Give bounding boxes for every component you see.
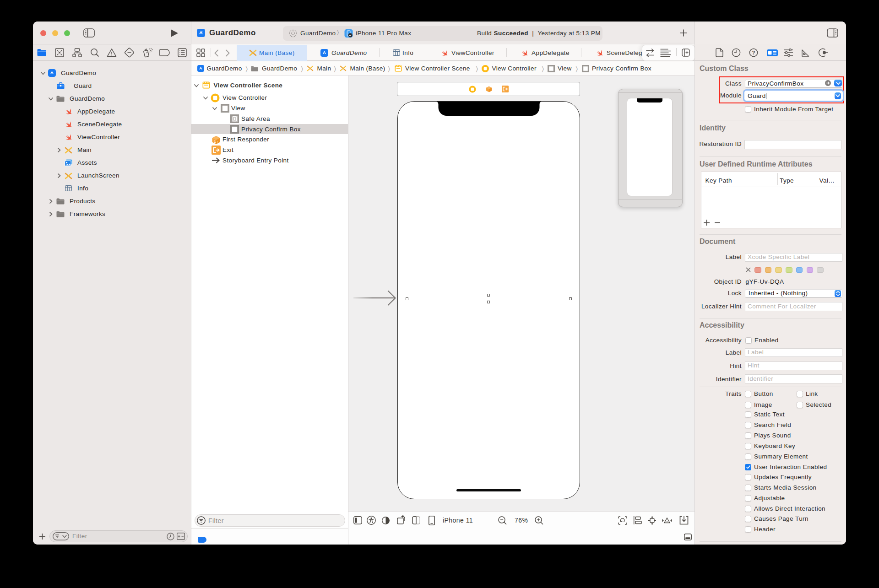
svg-text:↑: ↑ (217, 140, 219, 144)
svg-text:?: ? (752, 50, 755, 55)
svg-text:1: 1 (214, 140, 216, 143)
